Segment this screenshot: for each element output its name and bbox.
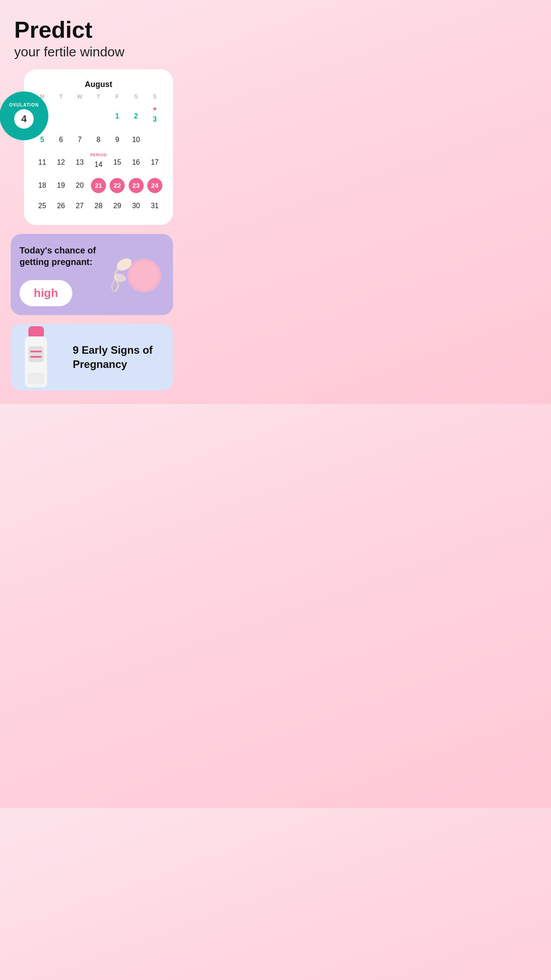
cal-day-2: 2	[126, 103, 145, 129]
cal-day-19: 19	[51, 176, 70, 195]
cal-day-empty3	[71, 103, 89, 129]
cal-day-6: 6	[51, 130, 70, 150]
pregnancy-card: Today's chance of getting pregnant: high	[11, 234, 173, 315]
cal-day-23: 23	[126, 176, 145, 195]
cal-day-26: 26	[51, 196, 70, 216]
pregnancy-test-svg	[15, 324, 59, 391]
cal-day-8: 8	[89, 130, 108, 150]
ovulation-badge: OVULATION 4	[0, 91, 48, 140]
svg-rect-7	[30, 351, 42, 352]
svg-rect-8	[30, 356, 42, 358]
cal-day-21: 21	[89, 176, 108, 195]
cal-day-14: PERIOD 14	[89, 150, 108, 174]
pregnancy-badge: high	[20, 280, 72, 306]
header: Predict your fertile window	[11, 18, 173, 60]
cal-day-empty2	[51, 103, 70, 129]
cal-day-13: 13	[71, 150, 89, 174]
period-label: PERIOD	[90, 153, 107, 157]
cal-header-t1: T	[51, 94, 70, 103]
cal-day-9: 9	[108, 130, 126, 150]
calendar-month: August	[33, 80, 164, 89]
pregnancy-level: high	[34, 286, 58, 300]
title-subtitle: your fertile window	[14, 43, 173, 60]
cal-day-25: 25	[33, 196, 51, 216]
signs-title: 9 Early Signs of Pregnancy	[73, 343, 164, 371]
cal-day-16: 16	[126, 150, 145, 174]
calendar-grid: M T W T F S S 1 2 ♥ 3 5 6 7 8	[33, 94, 164, 216]
cal-day-3: ♥ 3	[146, 103, 164, 129]
cal-day-empty5	[146, 130, 164, 150]
cal-day-22: 22	[108, 176, 126, 195]
cal-day-11: 11	[33, 150, 51, 174]
svg-rect-9	[28, 373, 44, 384]
cal-day-15: 15	[108, 150, 126, 174]
cal-day-31: 31	[146, 196, 164, 216]
ovulation-day: 4	[21, 113, 27, 125]
cal-day-20: 20	[71, 176, 89, 195]
title-predict: Predict	[14, 18, 173, 42]
egg-sperm-illustration	[111, 247, 169, 300]
cal-day-28: 28	[89, 196, 108, 216]
cal-day-17: 17	[146, 150, 164, 174]
cal-day-empty4	[89, 103, 108, 129]
calendar-card: OVULATION 4 August M T W T F S S 1 2 ♥	[24, 69, 173, 225]
page-container: Predict your fertile window OVULATION 4 …	[0, 0, 184, 404]
ovulation-circle: 4	[14, 109, 34, 129]
pregnancy-title: Today's chance of getting pregnant:	[20, 245, 99, 268]
svg-point-1	[130, 261, 158, 290]
cal-header-s1: S	[126, 94, 145, 103]
cal-day-1: 1	[108, 103, 126, 129]
cal-day-7: 7	[71, 130, 89, 150]
cal-header-s2: S	[146, 94, 164, 103]
cal-day-10: 10	[126, 130, 145, 150]
cal-day-27: 27	[71, 196, 89, 216]
cal-header-f: F	[108, 94, 126, 103]
cal-day-12: 12	[51, 150, 70, 174]
svg-rect-6	[28, 346, 43, 362]
heart-icon: ♥	[153, 106, 157, 112]
cal-header-w: W	[71, 94, 89, 103]
test-kit-illustration	[15, 324, 68, 391]
ovulation-label: OVULATION	[9, 103, 39, 107]
cal-day-24: 24	[146, 176, 164, 195]
signs-card: 9 Early Signs of Pregnancy	[11, 324, 173, 391]
cal-header-t2: T	[89, 94, 108, 103]
cal-day-18: 18	[33, 176, 51, 195]
cal-day-30: 30	[126, 196, 145, 216]
cal-day-29: 29	[108, 196, 126, 216]
